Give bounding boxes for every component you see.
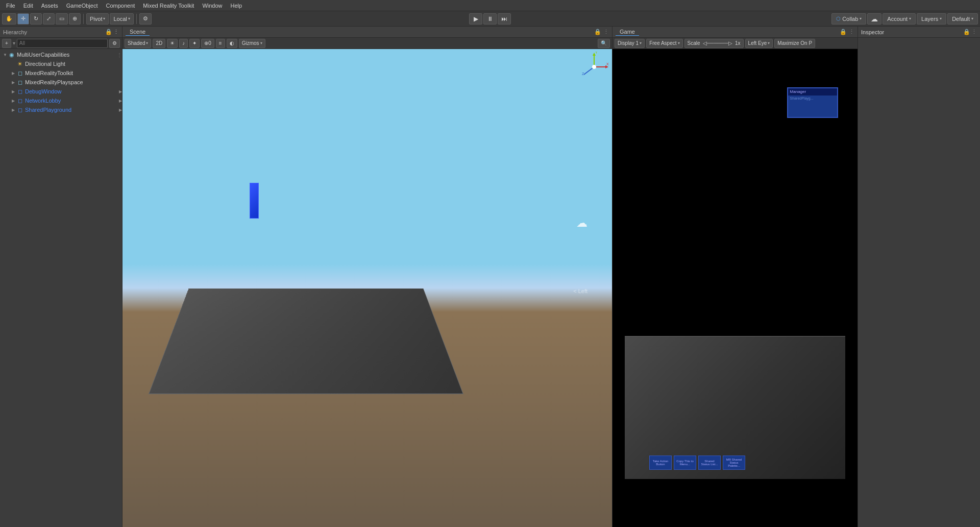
- tool-scale[interactable]: ⤢: [43, 13, 55, 25]
- step-button[interactable]: ⏭: [498, 13, 511, 25]
- separator-1: [83, 14, 84, 24]
- game-header-lock[interactable]: 🔒: [840, 29, 847, 35]
- account-arrow: ▾: [909, 16, 911, 21]
- tree-item-dirlight[interactable]: ☀ Directional Light: [0, 59, 122, 68]
- menu-mrtk[interactable]: Mixed Reality Toolkit: [139, 2, 198, 10]
- menu-file[interactable]: File: [2, 2, 19, 10]
- inspector-panel: Inspector 🔒 ⋮: [857, 27, 980, 527]
- hierarchy-filter-button[interactable]: ⚙: [109, 39, 120, 48]
- eye-dropdown[interactable]: Left Eye ▾: [745, 39, 773, 48]
- local-button[interactable]: Local ▾: [110, 13, 133, 25]
- shading-dropdown[interactable]: Shaded ▾: [125, 39, 151, 48]
- playspace-icon: ◻: [16, 79, 23, 86]
- game-card-2[interactable]: Shared Status List...: [698, 456, 721, 470]
- menu-component[interactable]: Component: [102, 2, 139, 10]
- aspect-dropdown[interactable]: Free Aspect ▾: [646, 39, 682, 48]
- hierarchy-search-input[interactable]: [17, 39, 108, 48]
- network-arrow: ▶: [10, 99, 16, 103]
- game-canvas[interactable]: Manager SharedPlayg... Take Action Butto…: [612, 49, 857, 527]
- play-button[interactable]: ▶: [469, 13, 482, 25]
- inspector-title: Inspector: [861, 29, 884, 35]
- hierarchy-menu-icon[interactable]: ⋮: [113, 29, 119, 35]
- collab-button[interactable]: ⬡ Collab ▾: [831, 13, 866, 25]
- debug-icon: ◻: [16, 88, 23, 95]
- display-dropdown[interactable]: Display 1 ▾: [615, 39, 645, 48]
- tree-label-multiuser: MultiUserCapabilities: [17, 52, 69, 58]
- audio-button[interactable]: ♪: [179, 39, 188, 48]
- maximize-button[interactable]: Maximize On P: [774, 39, 815, 48]
- scene-more[interactable]: ◐: [227, 39, 237, 48]
- inspector-header-icons: 🔒 ⋮: [963, 29, 977, 35]
- scene-header-lock[interactable]: 🔒: [594, 29, 601, 35]
- svg-text:Z: Z: [582, 72, 584, 76]
- tree-item-multiuser[interactable]: ▼ ◉ MultiUserCapabilities ⋮: [0, 50, 122, 59]
- tree-item-mrtk[interactable]: ▶ ◻ MixedRealityToolkit: [0, 68, 122, 78]
- tree-label-dirlight: Directional Light: [25, 61, 65, 67]
- lighting-button[interactable]: ☀: [167, 39, 178, 48]
- shared-icon: ◻: [16, 106, 23, 113]
- debug-expand-icon: ▶: [119, 89, 122, 94]
- pivot-button[interactable]: Pivot ▾: [86, 13, 109, 25]
- main-area: Hierarchy 🔒 ⋮ + ▾ ⚙ ▼ ◉ MultiUserCapabil…: [0, 27, 980, 527]
- layers-button[interactable]: Layers ▾: [917, 13, 946, 25]
- item-menu-icon[interactable]: ⋮: [117, 52, 122, 58]
- hierarchy-panel: Hierarchy 🔒 ⋮ + ▾ ⚙ ▼ ◉ MultiUserCapabil…: [0, 27, 122, 527]
- tool-transform[interactable]: ⊕: [69, 13, 81, 25]
- tree-label-network: NetworkLobby: [25, 98, 61, 104]
- game-card-0[interactable]: Take Action Button: [649, 456, 672, 470]
- game-card-3[interactable]: MR Shared Status Palette...: [723, 456, 745, 470]
- pause-button[interactable]: ⏸: [483, 13, 497, 25]
- cloud-button[interactable]: ☁: [867, 13, 881, 25]
- hierarchy-tree: ▼ ◉ MultiUserCapabilities ⋮ ☀ Directiona…: [0, 49, 122, 527]
- scene-fx-0[interactable]: ⊕0: [201, 39, 214, 48]
- effects-button[interactable]: ✦: [189, 39, 200, 48]
- 2d-button[interactable]: 2D: [153, 39, 165, 48]
- gameobject-icon: ◻: [16, 69, 23, 77]
- scale-control[interactable]: Scale ◁──────▷ 1x: [684, 39, 744, 48]
- separator-2: [136, 14, 137, 24]
- svg-point-5: [592, 65, 596, 69]
- tool-rotate[interactable]: ↻: [30, 13, 42, 25]
- scene-icon: ◉: [8, 51, 15, 58]
- scene-toolbar: Shaded ▾ 2D ☀ ♪ ✦ ⊕0 ≡ ◐ Gizmos ▾ 🔍: [122, 38, 612, 49]
- scene-header-menu[interactable]: ⋮: [603, 29, 609, 35]
- tree-label-mrtk: MixedRealityToolkit: [25, 70, 73, 76]
- scene-canvas[interactable]: ☁ < Left Y: [122, 49, 612, 527]
- tree-item-networklobby[interactable]: ▶ ◻ NetworkLobby ▶: [0, 96, 122, 105]
- scene-layers[interactable]: ≡: [216, 39, 225, 48]
- tree-item-debugwindow[interactable]: ▶ ◻ DebugWindow ▶: [0, 87, 122, 96]
- hierarchy-lock-icon[interactable]: 🔒: [105, 29, 112, 35]
- tree-label-shared: SharedPlayground: [25, 107, 71, 113]
- search-scene[interactable]: 🔍: [598, 39, 610, 48]
- inspector-menu-icon[interactable]: ⋮: [971, 29, 977, 35]
- default-layout-button[interactable]: Default ▾: [947, 13, 978, 25]
- menu-edit[interactable]: Edit: [19, 2, 37, 10]
- game-card-1[interactable]: Copy This to Menu...: [674, 456, 696, 470]
- svg-text:Y: Y: [595, 52, 598, 54]
- tool-rect[interactable]: ▭: [56, 13, 68, 25]
- header-right: ⬡ Collab ▾ ☁ Account ▾ Layers ▾ Default …: [831, 13, 978, 25]
- menu-window[interactable]: Window: [198, 2, 226, 10]
- extra-tool[interactable]: ⚙: [139, 13, 152, 25]
- account-button[interactable]: Account ▾: [883, 13, 916, 25]
- hierarchy-add-button[interactable]: +: [2, 39, 11, 48]
- menu-gameobject[interactable]: GameObject: [62, 2, 102, 10]
- scene-view-header: Scene 🔒 ⋮: [122, 27, 612, 38]
- collab-icon: ⬡: [836, 16, 841, 21]
- gizmos-dropdown[interactable]: Gizmos ▾: [239, 39, 265, 48]
- network-expand-icon: ▶: [119, 99, 122, 103]
- mrtk-arrow: ▶: [10, 71, 16, 76]
- tool-hand[interactable]: ✋: [2, 13, 16, 25]
- game-header-menu[interactable]: ⋮: [849, 29, 854, 35]
- inspector-lock-icon[interactable]: 🔒: [963, 29, 970, 35]
- tree-item-playspace[interactable]: ▶ ◻ MixedRealityPlayspace: [0, 78, 122, 87]
- scene-tab[interactable]: Scene: [126, 28, 150, 36]
- tool-move[interactable]: ✛: [17, 13, 29, 25]
- scene-cloud: ☁: [576, 217, 587, 230]
- menu-help[interactable]: Help: [227, 2, 247, 10]
- tree-item-sharedplayground[interactable]: ▶ ◻ SharedPlayground ▶: [0, 105, 122, 114]
- menu-assets[interactable]: Assets: [37, 2, 62, 10]
- game-tab[interactable]: Game: [616, 28, 639, 36]
- main-toolbar: ✋ ✛ ↻ ⤢ ▭ ⊕ Pivot ▾ Local ▾ ⚙ ▶ ⏸ ⏭ ⬡ Co…: [0, 11, 980, 27]
- hierarchy-header-icons: 🔒 ⋮: [105, 29, 119, 35]
